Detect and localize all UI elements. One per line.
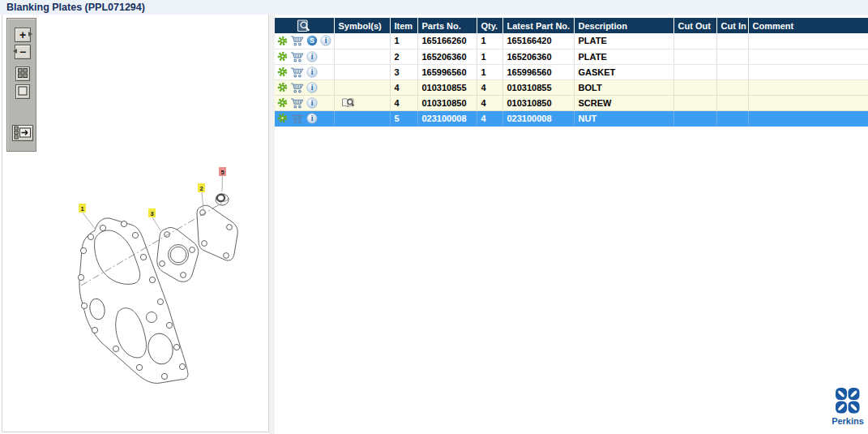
title-bar: Blanking Plates (PPL071294) (0, 0, 868, 15)
cell-latest_part_no[interactable]: 010310850 (502, 95, 574, 110)
part-label-5-selected[interactable]: 5 (219, 167, 226, 176)
info-icon[interactable]: i (306, 97, 318, 109)
cell-latest_part_no[interactable]: 165166420 (502, 33, 574, 49)
table-row-1[interactable]: Si11651662601165166420PLATE (275, 33, 868, 49)
cell-latest_part_no[interactable]: 165996560 (502, 64, 574, 79)
cell-description[interactable]: PLATE (574, 49, 673, 64)
table-row-5[interactable]: i40103108504010310850SCREW (275, 95, 868, 110)
book-magnifier-icon[interactable] (341, 97, 356, 109)
cell-comment[interactable] (748, 79, 868, 95)
cell-parts_no[interactable]: 165996560 (417, 64, 477, 79)
s-icon[interactable]: S (306, 35, 318, 46)
cell-qty[interactable]: 4 (477, 110, 502, 126)
cell-cut_out[interactable] (673, 95, 716, 110)
part-label-3[interactable]: 3 (148, 208, 156, 217)
info-icon[interactable]: i (306, 113, 318, 124)
svg-text:i: i (311, 53, 314, 61)
svg-text:i: i (325, 37, 327, 45)
thumbnail-view-button[interactable] (15, 67, 30, 81)
cell-comment[interactable] (748, 110, 868, 126)
cell-qty[interactable]: 1 (477, 33, 502, 49)
cell-cut_in[interactable] (716, 49, 748, 64)
cell-parts_no[interactable]: 010310855 (417, 79, 477, 95)
cell-description[interactable]: NUT (574, 110, 673, 126)
cell-description[interactable]: BOLT (574, 79, 673, 95)
cell-item[interactable]: 5 (390, 110, 417, 126)
table-row-2[interactable]: i21652063601165206360PLATE (275, 49, 868, 64)
cell-item[interactable]: 4 (390, 95, 417, 110)
cell-latest_part_no[interactable]: 165206360 (502, 49, 574, 64)
grid-icon (18, 68, 28, 79)
single-view-button[interactable] (15, 84, 30, 99)
cart-icon[interactable] (290, 67, 304, 78)
cart-icon[interactable] (290, 35, 304, 46)
cell-parts_no[interactable]: 165206360 (417, 49, 477, 64)
part-label-2[interactable]: 2 (198, 183, 205, 192)
cell-qty[interactable]: 4 (477, 79, 502, 95)
column-header-cut_out: Cut Out (673, 18, 716, 33)
svg-text:i: i (311, 99, 314, 107)
cell-cut_in[interactable] (716, 95, 748, 110)
cell-cut_out[interactable] (673, 79, 716, 95)
column-header-comment: Comment (748, 18, 868, 33)
part-label-1[interactable]: 1 (79, 204, 86, 213)
info-icon[interactable]: i (306, 67, 318, 78)
info-icon[interactable]: i (320, 35, 331, 46)
gear-icon[interactable] (277, 82, 288, 92)
cell-item[interactable]: 2 (390, 49, 417, 64)
minus-icon: − (19, 46, 26, 58)
info-icon[interactable]: i (306, 51, 318, 62)
perkins-logo-mark: Perkins (830, 387, 866, 429)
gear-icon[interactable] (277, 67, 288, 77)
cell-parts_no[interactable]: 023100008 (417, 110, 477, 126)
table-row-3[interactable]: i31659965601165996560GASKET (275, 64, 868, 79)
cell-description[interactable]: PLATE (574, 33, 673, 49)
cell-item[interactable]: 4 (390, 79, 417, 95)
cell-qty[interactable]: 1 (477, 49, 502, 64)
cart-icon[interactable] (290, 51, 304, 62)
cell-comment[interactable] (748, 49, 868, 64)
cell-cut_in[interactable] (716, 110, 748, 126)
cart-icon[interactable] (290, 97, 304, 109)
cell-actions: i (275, 79, 334, 95)
move-panel-button[interactable] (12, 125, 33, 141)
cell-qty[interactable]: 4 (477, 95, 502, 110)
svg-text:i: i (311, 84, 314, 92)
cell-comment[interactable] (748, 95, 868, 110)
cell-symbol (334, 33, 390, 49)
table-row-6[interactable]: i50231000084023100008NUT (275, 110, 868, 126)
cart-icon[interactable] (290, 113, 304, 124)
cell-description[interactable]: SCREW (574, 95, 673, 110)
cell-item[interactable]: 1 (390, 33, 417, 49)
cell-comment[interactable] (748, 64, 868, 79)
cell-cut_out[interactable] (673, 110, 716, 126)
zoom-in-button[interactable]: + (15, 28, 31, 42)
svg-text:2: 2 (199, 185, 203, 192)
cell-cut_in[interactable] (716, 79, 748, 95)
cell-cut_in[interactable] (716, 64, 748, 79)
gear-icon[interactable] (277, 36, 288, 46)
gear-icon[interactable] (277, 97, 288, 108)
cell-qty[interactable]: 1 (477, 64, 502, 79)
cell-item[interactable]: 3 (390, 64, 417, 79)
cell-parts_no[interactable]: 010310850 (417, 95, 477, 110)
cell-parts_no[interactable]: 165166260 (417, 33, 477, 49)
cell-cut_in[interactable] (716, 33, 748, 49)
cell-cut_out[interactable] (673, 64, 716, 79)
cart-icon[interactable] (290, 82, 304, 93)
cell-cut_out[interactable] (673, 33, 716, 49)
gear-icon[interactable] (277, 51, 288, 62)
cell-symbol (334, 49, 390, 64)
diagram-part-nut[interactable] (216, 194, 229, 205)
column-header-latest_part_no: Latest Part No. (502, 18, 574, 33)
info-icon[interactable]: i (306, 82, 318, 93)
zoom-out-button[interactable]: − (15, 45, 31, 59)
cell-comment[interactable] (748, 33, 868, 49)
cell-cut_out[interactable] (673, 49, 716, 64)
cell-latest_part_no[interactable]: 023100008 (502, 110, 574, 126)
cell-latest_part_no[interactable]: 010310855 (502, 79, 574, 95)
svg-text:5: 5 (220, 169, 224, 176)
cell-description[interactable]: GASKET (574, 64, 673, 79)
gear-icon[interactable] (277, 113, 288, 123)
table-row-4[interactable]: i40103108554010310855BOLT (275, 79, 868, 95)
